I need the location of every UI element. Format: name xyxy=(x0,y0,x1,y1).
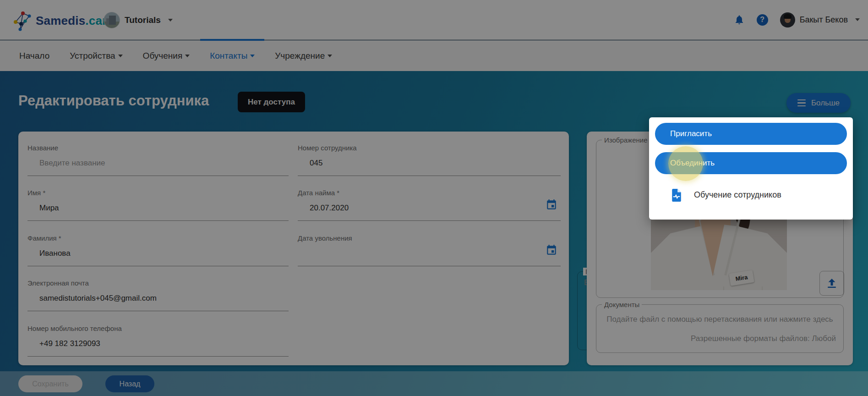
more-actions-menu: Пригласить Объединить Обучение сотрудник… xyxy=(649,117,853,220)
menu-item-employee-training[interactable]: Обучение сотрудников xyxy=(649,182,853,210)
menu-item-label: Обучение сотрудников xyxy=(694,190,781,200)
merge-button[interactable]: Объединить xyxy=(655,152,847,174)
training-document-icon xyxy=(671,188,682,203)
invite-button[interactable]: Пригласить xyxy=(655,123,847,145)
app-window: Samedis.care Tutorials ? Бакыт Беков Нач… xyxy=(0,0,868,396)
